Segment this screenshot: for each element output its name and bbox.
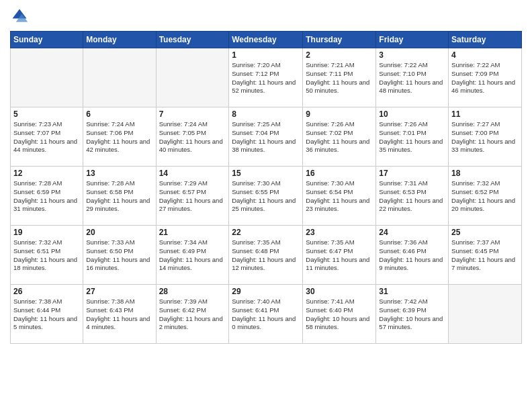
day-cell: 29Sunrise: 7:40 AM Sunset: 6:41 PM Dayli… bbox=[229, 285, 303, 344]
day-number: 13 bbox=[86, 169, 152, 178]
day-cell: 31Sunrise: 7:42 AM Sunset: 6:39 PM Dayli… bbox=[376, 285, 449, 344]
day-cell: 13Sunrise: 7:28 AM Sunset: 6:58 PM Dayli… bbox=[83, 167, 156, 226]
day-cell bbox=[83, 48, 156, 107]
weekday-header-friday: Friday bbox=[376, 32, 449, 48]
day-number: 1 bbox=[232, 50, 300, 60]
day-number: 5 bbox=[13, 109, 80, 119]
week-row-0: 1Sunrise: 7:20 AM Sunset: 7:12 PM Daylig… bbox=[11, 48, 522, 107]
day-number: 2 bbox=[306, 50, 373, 60]
day-number: 18 bbox=[451, 169, 519, 178]
day-number: 20 bbox=[86, 228, 152, 237]
day-info: Sunrise: 7:26 AM Sunset: 7:01 PM Dayligh… bbox=[379, 120, 445, 154]
day-info: Sunrise: 7:28 AM Sunset: 6:59 PM Dayligh… bbox=[13, 179, 80, 214]
day-info: Sunrise: 7:22 AM Sunset: 7:09 PM Dayligh… bbox=[451, 61, 519, 95]
day-info: Sunrise: 7:22 AM Sunset: 7:10 PM Dayligh… bbox=[379, 61, 445, 95]
logo bbox=[10, 7, 32, 26]
day-cell: 18Sunrise: 7:32 AM Sunset: 6:52 PM Dayli… bbox=[449, 167, 522, 226]
day-info: Sunrise: 7:39 AM Sunset: 6:42 PM Dayligh… bbox=[159, 298, 226, 332]
day-number: 27 bbox=[86, 287, 152, 296]
day-info: Sunrise: 7:35 AM Sunset: 6:48 PM Dayligh… bbox=[232, 238, 300, 273]
day-info: Sunrise: 7:33 AM Sunset: 6:50 PM Dayligh… bbox=[86, 238, 152, 273]
day-info: Sunrise: 7:24 AM Sunset: 7:05 PM Dayligh… bbox=[159, 120, 226, 154]
day-info: Sunrise: 7:24 AM Sunset: 7:06 PM Dayligh… bbox=[86, 120, 152, 154]
day-cell: 24Sunrise: 7:36 AM Sunset: 6:46 PM Dayli… bbox=[376, 226, 449, 285]
week-row-4: 26Sunrise: 7:38 AM Sunset: 6:44 PM Dayli… bbox=[11, 285, 522, 344]
day-cell: 15Sunrise: 7:30 AM Sunset: 6:55 PM Dayli… bbox=[229, 167, 303, 226]
day-cell: 22Sunrise: 7:35 AM Sunset: 6:48 PM Dayli… bbox=[229, 226, 303, 285]
day-cell bbox=[156, 48, 229, 107]
day-number: 25 bbox=[451, 228, 519, 237]
day-number: 6 bbox=[86, 109, 152, 119]
day-info: Sunrise: 7:28 AM Sunset: 6:58 PM Dayligh… bbox=[86, 179, 152, 214]
day-cell: 11Sunrise: 7:27 AM Sunset: 7:00 PM Dayli… bbox=[449, 107, 522, 167]
day-number: 30 bbox=[306, 287, 373, 296]
day-cell bbox=[449, 285, 522, 344]
day-info: Sunrise: 7:32 AM Sunset: 6:52 PM Dayligh… bbox=[451, 179, 519, 214]
day-cell: 28Sunrise: 7:39 AM Sunset: 6:42 PM Dayli… bbox=[156, 285, 229, 344]
day-number: 7 bbox=[159, 109, 226, 119]
day-info: Sunrise: 7:25 AM Sunset: 7:04 PM Dayligh… bbox=[232, 120, 300, 154]
day-number: 8 bbox=[232, 109, 300, 119]
weekday-header-saturday: Saturday bbox=[449, 32, 522, 48]
day-info: Sunrise: 7:34 AM Sunset: 6:49 PM Dayligh… bbox=[159, 238, 226, 273]
day-cell: 3Sunrise: 7:22 AM Sunset: 7:10 PM Daylig… bbox=[376, 48, 449, 107]
day-info: Sunrise: 7:42 AM Sunset: 6:39 PM Dayligh… bbox=[379, 298, 445, 332]
day-cell: 7Sunrise: 7:24 AM Sunset: 7:05 PM Daylig… bbox=[156, 107, 229, 167]
day-number: 14 bbox=[159, 169, 226, 178]
day-info: Sunrise: 7:38 AM Sunset: 6:43 PM Dayligh… bbox=[86, 298, 152, 332]
weekday-header-thursday: Thursday bbox=[303, 32, 376, 48]
day-info: Sunrise: 7:30 AM Sunset: 6:55 PM Dayligh… bbox=[232, 179, 300, 214]
day-cell: 23Sunrise: 7:35 AM Sunset: 6:47 PM Dayli… bbox=[303, 226, 376, 285]
day-cell: 2Sunrise: 7:21 AM Sunset: 7:11 PM Daylig… bbox=[303, 48, 376, 107]
calendar-table: SundayMondayTuesdayWednesdayThursdayFrid… bbox=[10, 31, 522, 344]
weekday-header-row: SundayMondayTuesdayWednesdayThursdayFrid… bbox=[11, 32, 522, 48]
day-cell: 1Sunrise: 7:20 AM Sunset: 7:12 PM Daylig… bbox=[229, 48, 303, 107]
weekday-header-tuesday: Tuesday bbox=[156, 32, 229, 48]
day-number: 16 bbox=[306, 169, 373, 178]
day-number: 10 bbox=[379, 109, 445, 119]
day-number: 15 bbox=[232, 169, 300, 178]
day-cell: 19Sunrise: 7:32 AM Sunset: 6:51 PM Dayli… bbox=[11, 226, 83, 285]
day-number: 29 bbox=[232, 287, 300, 296]
day-cell: 8Sunrise: 7:25 AM Sunset: 7:04 PM Daylig… bbox=[229, 107, 303, 167]
day-number: 12 bbox=[13, 169, 80, 178]
day-info: Sunrise: 7:38 AM Sunset: 6:44 PM Dayligh… bbox=[13, 298, 80, 332]
day-cell: 10Sunrise: 7:26 AM Sunset: 7:01 PM Dayli… bbox=[376, 107, 449, 167]
day-info: Sunrise: 7:30 AM Sunset: 6:54 PM Dayligh… bbox=[306, 179, 373, 214]
day-number: 17 bbox=[379, 169, 445, 178]
day-cell: 20Sunrise: 7:33 AM Sunset: 6:50 PM Dayli… bbox=[83, 226, 156, 285]
day-info: Sunrise: 7:20 AM Sunset: 7:12 PM Dayligh… bbox=[232, 61, 300, 95]
day-cell: 4Sunrise: 7:22 AM Sunset: 7:09 PM Daylig… bbox=[449, 48, 522, 107]
weekday-header-monday: Monday bbox=[83, 32, 156, 48]
day-cell: 5Sunrise: 7:23 AM Sunset: 7:07 PM Daylig… bbox=[11, 107, 83, 167]
day-cell: 14Sunrise: 7:29 AM Sunset: 6:57 PM Dayli… bbox=[156, 167, 229, 226]
day-info: Sunrise: 7:40 AM Sunset: 6:41 PM Dayligh… bbox=[232, 298, 300, 332]
header bbox=[10, 7, 522, 26]
page: SundayMondayTuesdayWednesdayThursdayFrid… bbox=[0, 0, 532, 411]
day-cell bbox=[11, 48, 83, 107]
weekday-header-wednesday: Wednesday bbox=[229, 32, 303, 48]
day-number: 31 bbox=[379, 287, 445, 296]
day-cell: 6Sunrise: 7:24 AM Sunset: 7:06 PM Daylig… bbox=[83, 107, 156, 167]
day-cell: 9Sunrise: 7:26 AM Sunset: 7:02 PM Daylig… bbox=[303, 107, 376, 167]
day-cell: 30Sunrise: 7:41 AM Sunset: 6:40 PM Dayli… bbox=[303, 285, 376, 344]
day-number: 23 bbox=[306, 228, 373, 237]
day-info: Sunrise: 7:35 AM Sunset: 6:47 PM Dayligh… bbox=[306, 238, 373, 273]
day-info: Sunrise: 7:37 AM Sunset: 6:45 PM Dayligh… bbox=[451, 238, 519, 273]
week-row-3: 19Sunrise: 7:32 AM Sunset: 6:51 PM Dayli… bbox=[11, 226, 522, 285]
day-info: Sunrise: 7:36 AM Sunset: 6:46 PM Dayligh… bbox=[379, 238, 445, 273]
day-cell: 21Sunrise: 7:34 AM Sunset: 6:49 PM Dayli… bbox=[156, 226, 229, 285]
weekday-header-sunday: Sunday bbox=[11, 32, 83, 48]
day-info: Sunrise: 7:31 AM Sunset: 6:53 PM Dayligh… bbox=[379, 179, 445, 214]
day-info: Sunrise: 7:29 AM Sunset: 6:57 PM Dayligh… bbox=[159, 179, 226, 214]
day-cell: 25Sunrise: 7:37 AM Sunset: 6:45 PM Dayli… bbox=[449, 226, 522, 285]
day-cell: 16Sunrise: 7:30 AM Sunset: 6:54 PM Dayli… bbox=[303, 167, 376, 226]
day-info: Sunrise: 7:21 AM Sunset: 7:11 PM Dayligh… bbox=[306, 61, 373, 95]
week-row-2: 12Sunrise: 7:28 AM Sunset: 6:59 PM Dayli… bbox=[11, 167, 522, 226]
day-number: 26 bbox=[13, 287, 80, 296]
day-cell: 27Sunrise: 7:38 AM Sunset: 6:43 PM Dayli… bbox=[83, 285, 156, 344]
day-number: 22 bbox=[232, 228, 300, 237]
day-number: 24 bbox=[379, 228, 445, 237]
day-info: Sunrise: 7:27 AM Sunset: 7:00 PM Dayligh… bbox=[451, 120, 519, 154]
day-cell: 26Sunrise: 7:38 AM Sunset: 6:44 PM Dayli… bbox=[11, 285, 83, 344]
